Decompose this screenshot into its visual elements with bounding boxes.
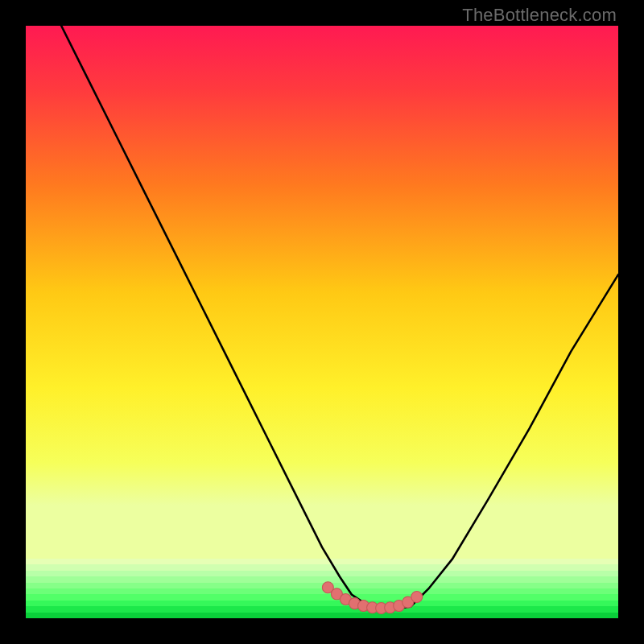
attribution-text: TheBottleneck.com (462, 5, 617, 26)
chart-plot-area (26, 26, 618, 618)
highlight-marker (411, 592, 423, 603)
chart-curve (26, 26, 618, 618)
